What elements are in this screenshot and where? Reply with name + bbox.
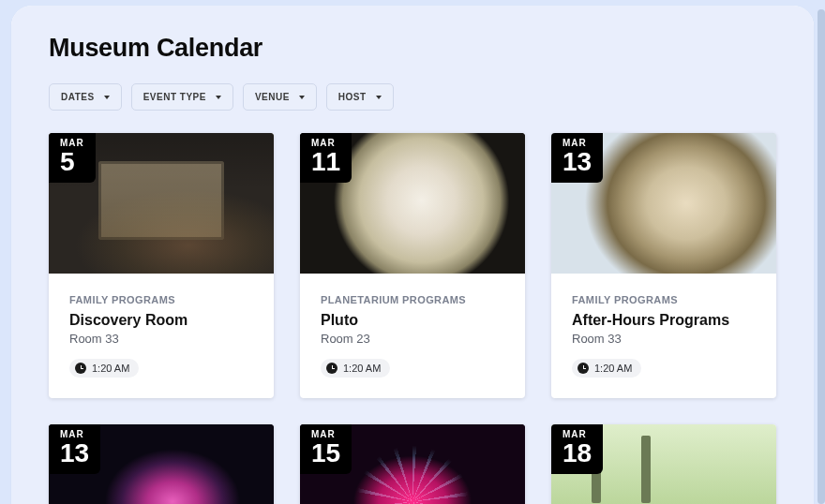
- event-time: 1:20 AM: [594, 363, 632, 374]
- date-day: 15: [311, 440, 340, 467]
- filter-event-type[interactable]: EVENT TYPE: [131, 83, 233, 111]
- date-badge: MAR 13: [551, 133, 603, 183]
- event-card[interactable]: MAR 13 FAMILY PROGRAMS After-Hours Progr…: [551, 133, 776, 398]
- event-card[interactable]: MAR 18: [551, 424, 776, 504]
- event-card[interactable]: MAR 15: [300, 424, 525, 504]
- filter-dates[interactable]: DATES: [49, 83, 122, 111]
- event-thumbnail: MAR 13: [551, 133, 776, 274]
- event-room: Room 23: [321, 332, 504, 346]
- clock-icon: [578, 363, 589, 374]
- calendar-page: Museum Calendar DATES EVENT TYPE VENUE H…: [11, 6, 814, 504]
- page-title: Museum Calendar: [49, 34, 776, 63]
- event-thumbnail: MAR 18: [551, 424, 776, 504]
- event-thumbnail: MAR 13: [49, 424, 274, 504]
- event-card[interactable]: MAR 11 PLANETARIUM PROGRAMS Pluto Room 2…: [300, 133, 525, 398]
- date-badge: MAR 18: [551, 424, 603, 474]
- clock-icon: [326, 363, 338, 374]
- event-body: FAMILY PROGRAMS After-Hours Programs Roo…: [551, 274, 776, 398]
- date-badge: MAR 15: [300, 424, 352, 474]
- date-day: 13: [562, 149, 592, 175]
- filter-label: EVENT TYPE: [143, 92, 206, 102]
- filter-venue[interactable]: VENUE: [243, 83, 317, 111]
- event-time-chip: 1:20 AM: [69, 359, 139, 378]
- event-room: Room 33: [69, 332, 253, 346]
- event-card[interactable]: MAR 5 FAMILY PROGRAMS Discovery Room Roo…: [49, 133, 274, 398]
- event-category: FAMILY PROGRAMS: [69, 294, 253, 305]
- event-title: After-Hours Programs: [572, 312, 756, 329]
- event-title: Pluto: [321, 312, 504, 329]
- event-category: PLANETARIUM PROGRAMS: [321, 294, 504, 305]
- filter-label: DATES: [61, 92, 95, 102]
- filter-label: VENUE: [255, 92, 290, 102]
- filter-host[interactable]: HOST: [326, 83, 394, 111]
- event-body: FAMILY PROGRAMS Discovery Room Room 33 1…: [49, 274, 274, 398]
- date-badge: MAR 11: [300, 133, 352, 183]
- event-card[interactable]: MAR 13: [49, 424, 274, 504]
- event-thumbnail: MAR 5: [49, 133, 274, 274]
- chevron-down-icon: [299, 96, 305, 99]
- event-time-chip: 1:20 AM: [572, 359, 641, 378]
- date-day: 13: [60, 440, 89, 467]
- clock-icon: [75, 363, 86, 374]
- app-panel: Museum Calendar DATES EVENT TYPE VENUE H…: [11, 6, 814, 504]
- event-room: Room 33: [572, 332, 756, 346]
- event-title: Discovery Room: [69, 312, 253, 329]
- date-day: 18: [562, 440, 592, 467]
- event-body: PLANETARIUM PROGRAMS Pluto Room 23 1:20 …: [300, 274, 525, 398]
- date-day: 11: [311, 149, 340, 175]
- event-category: FAMILY PROGRAMS: [572, 294, 756, 305]
- date-badge: MAR 13: [49, 424, 100, 474]
- filter-label: HOST: [338, 92, 367, 102]
- date-month: MAR: [311, 430, 340, 439]
- event-thumbnail: MAR 15: [300, 424, 525, 504]
- chevron-down-icon: [216, 96, 221, 99]
- event-thumbnail: MAR 11: [300, 133, 525, 274]
- chevron-down-icon: [104, 96, 110, 99]
- date-day: 5: [60, 149, 84, 175]
- event-time: 1:20 AM: [92, 363, 129, 374]
- filter-bar: DATES EVENT TYPE VENUE HOST: [49, 83, 776, 111]
- event-grid: MAR 5 FAMILY PROGRAMS Discovery Room Roo…: [49, 133, 776, 504]
- event-time: 1:20 AM: [343, 363, 381, 374]
- chevron-down-icon: [376, 96, 382, 99]
- date-badge: MAR 5: [49, 133, 96, 183]
- event-time-chip: 1:20 AM: [321, 359, 390, 378]
